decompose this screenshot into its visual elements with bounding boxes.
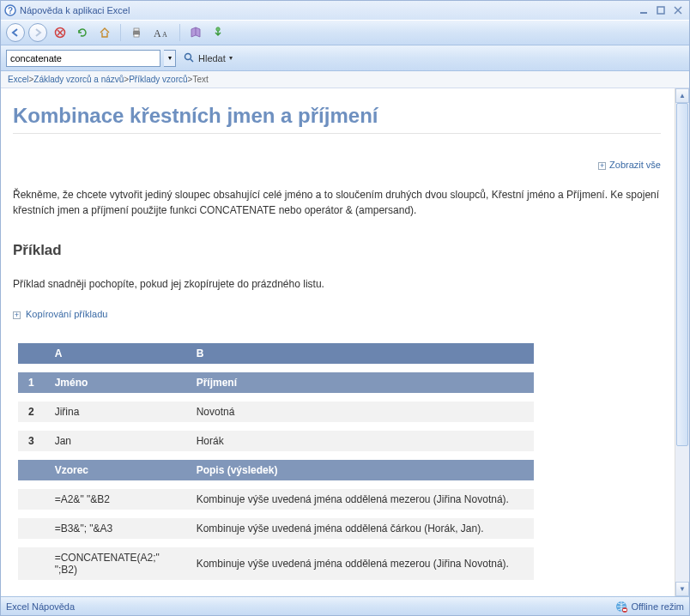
intro-paragraph: Řekněme, že chcete vytvořit jediný sloup…	[13, 187, 661, 218]
search-icon	[184, 52, 195, 63]
formula-desc: Kombinuje výše uvedená jména oddělená me…	[186, 489, 534, 510]
col-header-a: A	[45, 343, 186, 364]
scroll-track[interactable]	[675, 103, 689, 582]
copy-example-link[interactable]: +Kopírování příkladu	[13, 309, 661, 319]
navigation-toolbar: AA	[1, 20, 689, 45]
search-button[interactable]: Hledat ▾	[179, 50, 240, 67]
formula-desc: Kombinuje výše uvedená jména oddělená čá…	[186, 518, 534, 539]
svg-text:A: A	[154, 27, 161, 39]
maximize-button[interactable]	[653, 4, 669, 16]
search-button-label: Hledat	[198, 53, 226, 63]
row-blank	[18, 460, 45, 480]
cell: Horák	[186, 431, 534, 451]
svg-rect-2	[640, 12, 647, 14]
back-button[interactable]	[6, 23, 25, 42]
window-title: Nápověda k aplikaci Excel	[20, 5, 130, 15]
statusbar: Excel Nápověda Offline režim	[1, 596, 689, 615]
example-heading: Příklad	[13, 242, 661, 259]
cell: Novotná	[186, 402, 534, 422]
search-input[interactable]	[10, 53, 156, 63]
formula-cell: =CONCATENATE(A2;" ";B2)	[45, 547, 186, 580]
status-right: Offline režim	[615, 601, 689, 613]
svg-rect-3	[657, 7, 664, 14]
svg-point-15	[185, 54, 191, 60]
toc-button[interactable]	[186, 23, 205, 42]
breadcrumb-item[interactable]: Excel	[8, 75, 28, 84]
search-toolbar: ▾ Hledat ▾	[1, 45, 689, 71]
svg-rect-10	[134, 28, 139, 31]
help-icon: ?	[4, 4, 16, 16]
row-blank	[18, 518, 45, 539]
example-table: A B 1 Jméno Příjmení 2 Jiřina Novotná 3	[18, 335, 534, 580]
subhead-b: Příjmení	[186, 372, 534, 393]
home-button[interactable]	[95, 23, 114, 42]
formula-head-b: Popis (výsledek)	[186, 460, 534, 480]
breadcrumb: Excel > Základy vzorců a názvů > Příklad…	[1, 71, 689, 88]
search-dropdown[interactable]: ▾	[164, 50, 176, 67]
svg-rect-11	[134, 34, 139, 37]
svg-text:A: A	[162, 31, 167, 39]
formula-cell: =A2&" "&B2	[45, 489, 186, 510]
scroll-down-button[interactable]: ▼	[675, 582, 689, 596]
refresh-button[interactable]	[73, 23, 92, 42]
formula-cell: =B3&"; "&A3	[45, 518, 186, 539]
row-blank	[18, 489, 45, 510]
vertical-scrollbar[interactable]: ▲ ▼	[675, 88, 689, 596]
cell: Jan	[45, 431, 186, 451]
search-input-container	[6, 50, 160, 67]
breadcrumb-item[interactable]: Základy vzorců a názvů	[33, 75, 124, 84]
svg-text:?: ?	[8, 6, 13, 15]
row-blank	[18, 547, 45, 580]
font-size-button[interactable]: AA	[149, 23, 173, 42]
plus-icon: +	[13, 311, 21, 319]
stop-button[interactable]	[51, 23, 70, 42]
formula-head-a: Vzorec	[45, 460, 186, 480]
row-number: 1	[18, 372, 45, 393]
titlebar: ? Nápověda k aplikaci Excel	[1, 1, 689, 20]
row-number: 3	[18, 431, 45, 451]
content-area: Kombinace křestních jmen a příjmení +Zob…	[1, 88, 675, 596]
status-left: Excel Nápověda	[1, 601, 615, 612]
breadcrumb-item[interactable]: Příklady vzorců	[129, 75, 187, 84]
col-header-b: B	[186, 343, 534, 364]
page-title: Kombinace křestních jmen a příjmení	[13, 104, 661, 128]
row-number: 2	[18, 402, 45, 422]
cell: Jiřina	[45, 402, 186, 422]
scroll-up-button[interactable]: ▲	[675, 88, 689, 103]
keep-on-top-button[interactable]	[209, 23, 227, 42]
svg-rect-24	[623, 609, 626, 611]
close-button[interactable]	[670, 4, 686, 16]
formula-desc: Kombinuje výše uvedená jména oddělená me…	[186, 547, 534, 580]
example-intro: Příklad snadněji pochopíte, pokud jej zk…	[13, 278, 661, 290]
breadcrumb-item: Text	[192, 75, 208, 84]
print-button[interactable]	[127, 23, 146, 42]
plus-icon: +	[598, 162, 606, 170]
offline-icon	[615, 601, 627, 613]
show-all-link[interactable]: +Zobrazit vše	[13, 160, 661, 170]
status-right-label: Offline režim	[631, 601, 684, 612]
forward-button[interactable]	[28, 23, 47, 42]
minimize-button[interactable]	[636, 4, 651, 16]
subhead-a: Jméno	[45, 372, 186, 393]
svg-point-14	[216, 27, 220, 31]
svg-line-16	[191, 59, 193, 62]
table-corner	[18, 343, 45, 364]
scroll-thumb[interactable]	[676, 103, 688, 446]
